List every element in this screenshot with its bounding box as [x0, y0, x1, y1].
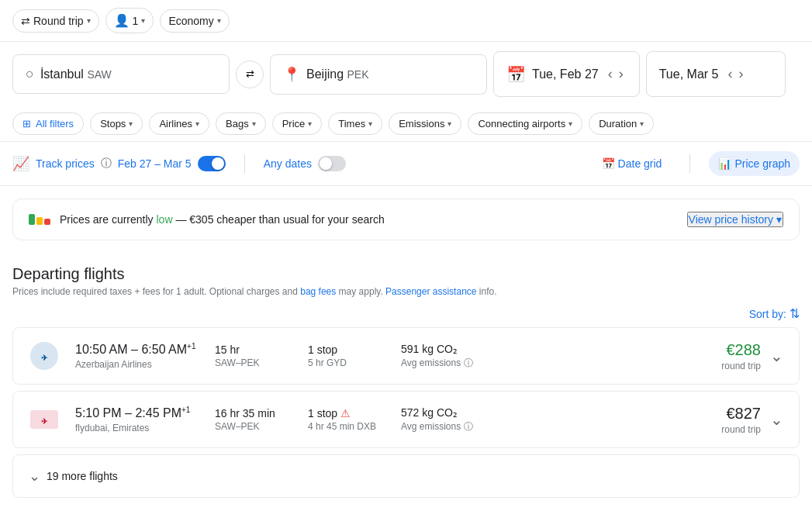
warning-icon: ⚠ [340, 407, 351, 420]
svg-text:✈: ✈ [41, 354, 48, 362]
expand-flight-1-button[interactable]: ⌄ [770, 347, 783, 365]
more-flights-row[interactable]: ⌄ 19 more flights [12, 454, 800, 498]
airline-name-2: flydubai, Emirates [75, 423, 215, 433]
price-type-2: round trip [668, 424, 761, 435]
return-date-field[interactable]: Tue, Mar 5 ‹ › [646, 51, 786, 97]
flight-card[interactable]: ✈ 10:50 AM – 6:50 AM+1 Azerbaijan Airlin… [12, 327, 800, 385]
duration-chevron: ▾ [640, 119, 644, 128]
low-label: low [156, 213, 172, 226]
divider [244, 154, 245, 173]
price-graph-button[interactable]: 📊 Price graph [709, 151, 800, 176]
flight-card-2[interactable]: ✈ 5:10 PM – 2:45 PM+1 flydubai, Emirates… [12, 391, 800, 448]
trip-type-label: Round trip [33, 15, 84, 27]
destination-icon: 📍 [283, 66, 300, 83]
view-price-history-button[interactable]: View price history ▾ [687, 212, 783, 227]
duration-filter[interactable]: Duration ▾ [589, 112, 654, 135]
price-bar-chart [29, 214, 50, 225]
swap-button[interactable]: ⇄ [236, 60, 264, 88]
route-text-1: SAW–PEK [215, 357, 308, 368]
any-dates-toggle[interactable] [318, 156, 346, 171]
emissions-info-icon-2[interactable]: ⓘ [464, 420, 473, 433]
price-graph-icon: 📊 [718, 157, 731, 170]
emissions-label: Emissions [399, 118, 444, 129]
flight-price-1: €288 round trip [668, 341, 761, 371]
price-chevron: ▾ [308, 119, 312, 128]
view-divider [689, 154, 690, 173]
bar-red [44, 219, 50, 225]
track-info-icon[interactable]: ⓘ [101, 157, 112, 171]
cabin-class-selector[interactable]: Economy ▾ [160, 9, 229, 33]
depart-prev-btn[interactable]: ‹ [605, 63, 616, 85]
price-label: Price [282, 118, 306, 129]
passengers-selector[interactable]: 👤 1 ▾ [105, 8, 154, 33]
airlines-chevron: ▾ [195, 119, 199, 128]
price-filter[interactable]: Price ▾ [272, 112, 323, 135]
sort-by-button[interactable]: Sort by: ⇅ [749, 306, 800, 321]
flight-stops-2: 1 stop ⚠ 4 hr 45 min DXB [308, 407, 401, 432]
passengers-label: 1 [133, 15, 139, 27]
depart-next-btn[interactable]: › [616, 63, 627, 85]
bag-fees-link[interactable]: bag fees [300, 286, 336, 297]
person-icon: 👤 [114, 13, 130, 28]
airlines-filter[interactable]: Airlines ▾ [149, 112, 209, 135]
connecting-airports-filter[interactable]: Connecting airports ▾ [468, 112, 582, 135]
date-grid-button[interactable]: 📅 Date grid [593, 151, 672, 176]
bags-label: Bags [226, 118, 249, 129]
all-filters-button[interactable]: ⊞ All filters [12, 112, 84, 135]
origin-text: İstanbul SAW [40, 67, 112, 81]
filters-bar: ⊞ All filters Stops ▾ Airlines ▾ Bags ▾ … [0, 106, 812, 142]
calendar-icon: 📅 [506, 65, 526, 84]
azerbaijan-airlines-logo: ✈ [29, 340, 60, 371]
flights-section: Departing flights Prices include require… [0, 253, 812, 510]
top-bar: ⇄ Round trip ▾ 👤 1 ▾ Economy ▾ [0, 0, 812, 42]
passenger-assist-link[interactable]: Passenger assistance [385, 286, 476, 297]
destination-text: Beijing PEK [306, 67, 369, 81]
sort-icon: ⇅ [790, 306, 800, 321]
return-next-btn[interactable]: › [735, 63, 746, 85]
any-dates-label: Any dates [264, 157, 312, 170]
return-date-nav: ‹ › [724, 63, 746, 85]
bags-filter[interactable]: Bags ▾ [216, 112, 266, 135]
trip-type-selector[interactable]: ⇄ Round trip ▾ [12, 9, 99, 33]
destination-field[interactable]: 📍 Beijing PEK [270, 54, 487, 95]
duration-text-2: 16 hr 35 min [215, 407, 308, 420]
chevron-down-more-icon: ⌄ [29, 468, 40, 485]
origin-field[interactable]: ○ İstanbul SAW [12, 54, 230, 94]
bags-chevron: ▾ [252, 119, 256, 128]
track-graph-icon: 📈 [12, 155, 29, 172]
price-amount-1: €288 [668, 341, 761, 359]
price-banner-text: Prices are currently low — €305 cheaper … [60, 213, 687, 226]
emissions-filter[interactable]: Emissions ▾ [389, 112, 461, 135]
return-date: Tue, Mar 5 [659, 67, 719, 81]
times-filter[interactable]: Times ▾ [328, 112, 382, 135]
flydubai-emirates-logo: ✈ [29, 404, 60, 435]
stops-text-2: 1 stop ⚠ [308, 407, 401, 420]
stops-filter[interactable]: Stops ▾ [90, 112, 143, 135]
connecting-airports-chevron: ▾ [568, 119, 572, 128]
cabin-class-label: Economy [168, 15, 213, 27]
date-grid-icon: 📅 [602, 157, 615, 170]
duration-label: Duration [599, 118, 637, 129]
track-prices-toggle[interactable] [198, 156, 226, 171]
emissions-text-1: 591 kg CO₂ [401, 343, 502, 355]
airline-name-1: Azerbaijan Airlines [75, 359, 215, 370]
track-date-range: Feb 27 – Mar 5 [118, 157, 192, 170]
expand-flight-2-button[interactable]: ⌄ [770, 410, 783, 429]
duration-text-1: 15 hr [215, 344, 308, 356]
depart-date-field[interactable]: 📅 Tue, Feb 27 ‹ › [493, 51, 640, 97]
emissions-info-icon[interactable]: ⓘ [464, 357, 473, 370]
sort-label: Sort by: [749, 308, 786, 320]
more-flights-label: 19 more flights [47, 470, 118, 482]
chevron-down-icon: ▾ [776, 213, 782, 226]
times-label: Times [338, 118, 365, 129]
passengers-chevron: ▾ [141, 16, 145, 25]
airline-logo-2: ✈ [29, 404, 60, 435]
depart-date-nav: ‹ › [605, 63, 627, 85]
all-filters-label: All filters [36, 118, 74, 129]
flight-stops-1: 1 stop 5 hr GYD [308, 344, 401, 368]
return-prev-btn[interactable]: ‹ [724, 63, 735, 85]
airline-logo-1: ✈ [29, 340, 60, 371]
flight-emissions-2: 572 kg CO₂ Avg emissions ⓘ [401, 406, 502, 433]
flight-emissions-1: 591 kg CO₂ Avg emissions ⓘ [401, 343, 502, 370]
emissions-label-2: Avg emissions ⓘ [401, 420, 502, 433]
